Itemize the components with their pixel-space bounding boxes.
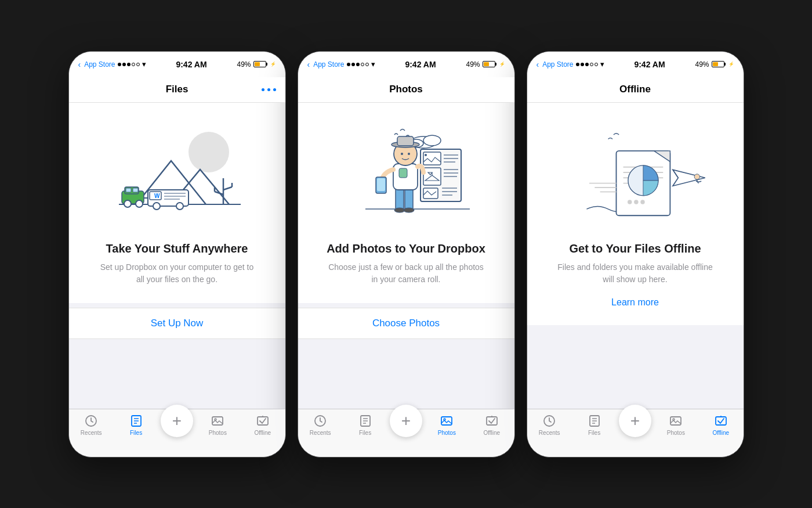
svg-line-3 bbox=[223, 187, 232, 190]
nav-dot-1 bbox=[262, 88, 264, 91]
signal-dot-2 bbox=[122, 63, 126, 66]
battery-icon-o bbox=[712, 61, 726, 67]
tab-photos-offline[interactable]: Photos bbox=[655, 414, 696, 436]
nav-dots[interactable] bbox=[262, 88, 276, 91]
content-photos: Add Photos to Your Dropbox Choose just a… bbox=[298, 103, 514, 409]
photos-label-o: Photos bbox=[667, 430, 685, 436]
svg-point-13 bbox=[153, 203, 160, 210]
back-arrow-icon[interactable]: ‹ bbox=[78, 60, 81, 69]
offline-label: Offline bbox=[254, 430, 271, 436]
svg-rect-50 bbox=[396, 187, 404, 210]
svg-point-61 bbox=[401, 153, 403, 155]
learn-more-button[interactable]: Learn more bbox=[611, 297, 659, 308]
svg-rect-60 bbox=[397, 136, 414, 146]
signal-dots-p bbox=[347, 63, 369, 66]
back-arrow-icon-p[interactable]: ‹ bbox=[307, 60, 310, 69]
tab-files-files[interactable]: Files bbox=[116, 414, 157, 436]
svg-point-20 bbox=[124, 200, 131, 207]
wifi-icon-o: ▾ bbox=[600, 60, 604, 69]
plus-icon: + bbox=[172, 413, 182, 429]
phone-photos: ‹ App Store ▾ 9:42 AM 49% ⚡ bbox=[298, 51, 515, 457]
nav-title-photos: Photos bbox=[389, 84, 423, 95]
plus-icon-o: + bbox=[630, 413, 640, 429]
files-label: Files bbox=[130, 430, 142, 436]
battery-icon bbox=[253, 61, 267, 67]
status-time-o: 9:42 AM bbox=[634, 60, 665, 69]
signal-dot-1 bbox=[118, 63, 121, 66]
svg-rect-91 bbox=[670, 417, 681, 425]
tab-recents-files[interactable]: Recents bbox=[71, 414, 111, 436]
svg-point-62 bbox=[408, 153, 410, 155]
nav-bar-files: Files bbox=[69, 77, 285, 103]
fab-offline[interactable]: + bbox=[619, 405, 651, 437]
illustration-card-files: W bbox=[69, 103, 285, 303]
svg-rect-27 bbox=[212, 417, 223, 425]
status-right-p: 49% ⚡ bbox=[466, 60, 505, 69]
status-right-o: 49% ⚡ bbox=[695, 60, 734, 69]
status-bar-photos: ‹ App Store ▾ 9:42 AM 49% ⚡ bbox=[298, 52, 514, 77]
svg-point-85 bbox=[694, 174, 699, 179]
tab-files-photos[interactable]: Files bbox=[345, 414, 386, 436]
svg-point-52 bbox=[394, 208, 405, 212]
tab-recents-offline[interactable]: Recents bbox=[529, 414, 570, 436]
tab-photos-photos[interactable]: Photos bbox=[426, 414, 467, 436]
photos-card-desc: Choose just a few or back up all the pho… bbox=[325, 261, 487, 286]
offline-icon-o bbox=[714, 414, 728, 428]
photos-label-p: Photos bbox=[438, 430, 456, 436]
files-card-title: Take Your Stuff Anywhere bbox=[106, 242, 248, 255]
back-arrow-icon-o[interactable]: ‹ bbox=[536, 60, 539, 69]
tab-recents-photos[interactable]: Recents bbox=[300, 414, 340, 436]
tab-bar-files: Recents Files + Photo bbox=[69, 409, 285, 457]
offline-label-p: Offline bbox=[483, 430, 500, 436]
tab-offline-files[interactable]: Offline bbox=[242, 414, 283, 436]
tab-offline-photos[interactable]: Offline bbox=[472, 414, 512, 436]
fab-files[interactable]: + bbox=[161, 405, 193, 437]
svg-text:W: W bbox=[154, 193, 160, 199]
photos-illustration bbox=[331, 114, 481, 230]
charging-icon-o: ⚡ bbox=[728, 62, 734, 67]
tab-photos-files[interactable]: Photos bbox=[197, 414, 238, 436]
signal-dots-o bbox=[576, 63, 598, 66]
svg-point-32 bbox=[423, 135, 441, 146]
svg-point-14 bbox=[176, 203, 183, 210]
tab-bar-offline: Recents Files + Photo bbox=[527, 409, 744, 457]
svg-rect-68 bbox=[441, 417, 452, 425]
phone-offline: ‹ App Store ▾ 9:42 AM 49% ⚡ bbox=[527, 51, 744, 457]
status-bar-offline: ‹ App Store ▾ 9:42 AM 49% ⚡ bbox=[527, 52, 744, 77]
app-store-label-o[interactable]: App Store bbox=[542, 60, 573, 69]
photos-icon-p bbox=[440, 414, 454, 428]
offline-icon-p bbox=[485, 414, 499, 428]
fab-photos[interactable]: + bbox=[390, 405, 422, 437]
phones-container: ‹ App Store ▾ 9:42 AM 49% bbox=[68, 51, 744, 457]
app-store-label[interactable]: App Store bbox=[84, 60, 115, 69]
files-action-section[interactable]: Set Up Now bbox=[69, 308, 285, 339]
svg-point-79 bbox=[640, 200, 644, 204]
status-time-p: 9:42 AM bbox=[405, 60, 436, 69]
offline-illustration bbox=[560, 114, 710, 230]
content-files: W bbox=[69, 103, 285, 409]
signal-dot-3 bbox=[127, 63, 130, 66]
recents-label-o: Recents bbox=[539, 430, 560, 436]
tab-offline-offline[interactable]: Offline bbox=[701, 414, 741, 436]
plus-icon-p: + bbox=[401, 413, 411, 429]
photos-label: Photos bbox=[209, 430, 227, 436]
svg-rect-29 bbox=[258, 417, 268, 425]
photos-card-title: Add Photos to Your Dropbox bbox=[327, 242, 485, 255]
status-left-o: ‹ App Store ▾ bbox=[536, 60, 604, 69]
recents-label-p: Recents bbox=[310, 430, 331, 436]
nav-dot-2 bbox=[267, 88, 270, 91]
offline-card-title: Get to Your Files Offline bbox=[569, 242, 701, 255]
battery-percent-p: 49% bbox=[466, 60, 480, 69]
tab-files-offline[interactable]: Files bbox=[574, 414, 615, 436]
svg-point-78 bbox=[634, 200, 638, 204]
set-up-now-button[interactable]: Set Up Now bbox=[151, 318, 204, 329]
photos-action-section[interactable]: Choose Photos bbox=[298, 308, 514, 339]
files-card-desc: Set up Dropbox on your computer to get t… bbox=[96, 261, 258, 286]
svg-point-0 bbox=[188, 132, 229, 172]
app-store-label-p[interactable]: App Store bbox=[313, 60, 344, 69]
illustration-card-photos: Add Photos to Your Dropbox Choose just a… bbox=[298, 103, 514, 303]
status-right: 49% ⚡ bbox=[237, 60, 276, 69]
offline-label-o: Offline bbox=[712, 430, 729, 436]
choose-photos-button[interactable]: Choose Photos bbox=[372, 318, 440, 329]
svg-point-21 bbox=[136, 200, 143, 207]
